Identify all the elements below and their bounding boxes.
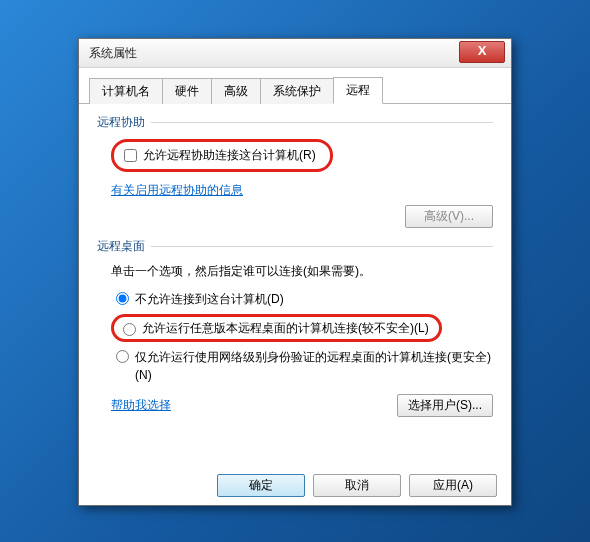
close-button[interactable]: X: [459, 41, 505, 63]
allow-remote-assist-checkbox[interactable]: [124, 149, 137, 162]
radio-allow-any-version[interactable]: [123, 323, 136, 336]
tab-system-protection[interactable]: 系统保护: [260, 78, 334, 104]
tab-strip: 计算机名 硬件 高级 系统保护 远程: [79, 68, 511, 104]
radio-disallow-remote[interactable]: [116, 292, 129, 305]
group-remote-desktop: 远程桌面 单击一个选项，然后指定谁可以连接(如果需要)。 不允许连接到这台计算机…: [97, 238, 493, 417]
system-properties-dialog: 系统属性 X 计算机名 硬件 高级 系统保护 远程 远程协助 允许远程协助连接这…: [78, 38, 512, 506]
highlight-allow-any-version: 允许运行任意版本远程桌面的计算机连接(较不安全)(L): [111, 314, 442, 342]
tab-hardware[interactable]: 硬件: [162, 78, 212, 104]
window-title: 系统属性: [89, 45, 137, 62]
highlight-allow-remote-assist: 允许远程协助连接这台计算机(R): [111, 139, 333, 172]
help-me-choose-link[interactable]: 帮助我选择: [111, 397, 171, 414]
radio-allow-nla-only-label: 仅允许运行使用网络级别身份验证的远程桌面的计算机连接(更安全)(N): [135, 348, 493, 384]
divider: [151, 122, 493, 123]
radio-disallow-remote-label: 不允许连接到这台计算机(D): [135, 290, 284, 308]
allow-remote-assist-label: 允许远程协助连接这台计算机(R): [143, 147, 316, 164]
select-users-button[interactable]: 选择用户(S)...: [397, 394, 493, 417]
cancel-button[interactable]: 取消: [313, 474, 401, 497]
tab-content-remote: 远程协助 允许远程协助连接这台计算机(R) 有关启用远程协助的信息 高级(V).…: [79, 104, 511, 435]
remote-assist-advanced-button[interactable]: 高级(V)...: [405, 205, 493, 228]
group-remote-desktop-header: 远程桌面: [97, 238, 145, 255]
titlebar[interactable]: 系统属性 X: [79, 39, 511, 68]
apply-button[interactable]: 应用(A): [409, 474, 497, 497]
tab-computer-name[interactable]: 计算机名: [89, 78, 163, 104]
remote-desktop-desc: 单击一个选项，然后指定谁可以连接(如果需要)。: [111, 263, 493, 280]
tab-remote[interactable]: 远程: [333, 77, 383, 104]
tab-advanced[interactable]: 高级: [211, 78, 261, 104]
radio-allow-any-version-label: 允许运行任意版本远程桌面的计算机连接(较不安全)(L): [142, 319, 429, 337]
close-icon: X: [478, 43, 487, 58]
ok-button[interactable]: 确定: [217, 474, 305, 497]
dialog-button-row: 确定 取消 应用(A): [217, 474, 497, 497]
radio-allow-nla-only[interactable]: [116, 350, 129, 363]
group-remote-assistance-header: 远程协助: [97, 114, 145, 131]
divider: [151, 246, 493, 247]
group-remote-assistance: 远程协助 允许远程协助连接这台计算机(R) 有关启用远程协助的信息 高级(V).…: [97, 114, 493, 228]
remote-assist-help-link[interactable]: 有关启用远程协助的信息: [111, 183, 243, 197]
